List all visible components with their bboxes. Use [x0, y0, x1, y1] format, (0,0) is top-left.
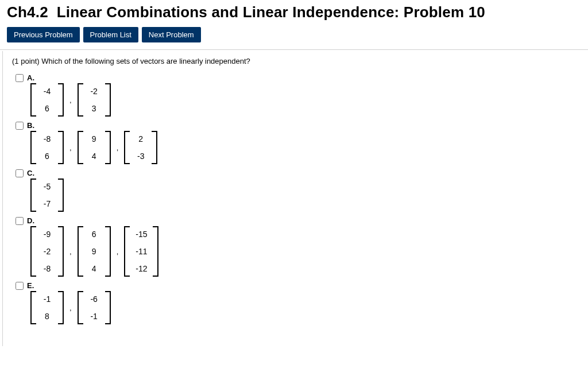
vector: 694 [78, 226, 111, 277]
vector-column: -18 [36, 291, 58, 324]
vector: 94 [78, 131, 111, 164]
vector-column: -86 [36, 131, 58, 164]
vector-entry: -8 [42, 134, 52, 143]
left-bracket-icon [78, 131, 83, 164]
vector-column: -23 [83, 83, 105, 117]
vector-column: -6-1 [83, 291, 105, 324]
option-label: B. [27, 121, 34, 130]
question-text: (1 point) Which of the following sets of… [12, 57, 579, 65]
next-problem-button[interactable]: Next Problem [142, 27, 201, 42]
vector-entry: -5 [42, 182, 52, 191]
right-bracket-icon [105, 226, 111, 277]
option-head: B. [16, 121, 579, 130]
vector-entry: 9 [89, 134, 99, 143]
vector-entry: -7 [42, 199, 52, 208]
vector-entry: -15 [136, 230, 147, 239]
vector-entry: 9 [89, 247, 99, 256]
vector-column: -9-2-8 [36, 226, 58, 277]
right-bracket-icon [58, 291, 64, 324]
option-checkbox[interactable] [16, 169, 24, 177]
left-bracket-icon [124, 131, 130, 164]
left-bracket-icon [78, 83, 83, 117]
vector-column: 2-3 [130, 131, 152, 164]
vector-entry: 6 [42, 104, 52, 113]
vector: -9-2-8 [30, 226, 64, 277]
vectors-row: -9-2-8,694,-15-11-12 [30, 226, 579, 277]
vector: -23 [78, 83, 111, 117]
problem-list-button[interactable]: Problem List [83, 27, 138, 42]
vector: -6-1 [78, 291, 111, 324]
right-bracket-icon [105, 131, 111, 164]
option-head: A. [16, 73, 579, 82]
vector-column: -15-11-12 [130, 226, 153, 277]
vector-column: -46 [36, 83, 58, 117]
vector-separator: , [68, 304, 73, 312]
left-bracket-icon [30, 131, 36, 164]
option-head: C. [16, 169, 579, 177]
option-label: A. [27, 73, 34, 82]
vector-separator: , [68, 96, 73, 104]
option-checkbox[interactable] [16, 282, 24, 290]
vector-entry: -6 [89, 294, 99, 304]
vector: -46 [30, 83, 64, 117]
left-bracket-icon [30, 226, 36, 277]
vector-entry: 4 [89, 152, 99, 161]
right-bracket-icon [105, 83, 111, 117]
right-bracket-icon [58, 226, 64, 277]
left-bracket-icon [30, 83, 36, 117]
option-label: E. [27, 281, 34, 290]
vector: -86 [30, 131, 64, 164]
vector-entry: -1 [42, 294, 52, 304]
vector-entry: -9 [42, 230, 52, 239]
vector: -15-11-12 [124, 226, 158, 277]
option-label: C. [27, 169, 34, 177]
vector-entry: 8 [42, 312, 52, 321]
vectors-row: -18,-6-1 [30, 291, 579, 324]
right-bracket-icon [58, 83, 64, 117]
vector-separator: , [68, 247, 73, 256]
problem-content: (1 point) Which of the following sets of… [2, 51, 588, 346]
vector-entry: -11 [136, 247, 147, 256]
option-block: E.-18,-6-1 [16, 281, 579, 324]
question-body: Which of the following sets of vectors a… [40, 57, 250, 65]
vector-separator: , [68, 143, 73, 152]
option-label: D. [27, 216, 34, 225]
vector-entry: -12 [136, 264, 147, 273]
vectors-row: -86,94,2-3 [30, 131, 579, 164]
option-block: C.-5-7 [16, 169, 579, 212]
vector-entry: 6 [89, 230, 99, 239]
vector-entry: -3 [136, 152, 146, 161]
vector-entry: 3 [89, 104, 99, 113]
nav-bar: Previous Problem Problem List Next Probl… [0, 27, 588, 50]
vector-entry: -2 [89, 87, 99, 96]
option-block: A.-46,-23 [16, 73, 579, 117]
option-block: B.-86,94,2-3 [16, 121, 579, 164]
question-points: (1 point) [12, 57, 40, 65]
vector: 2-3 [124, 131, 157, 164]
left-bracket-icon [30, 291, 36, 324]
vector-separator: , [115, 143, 120, 152]
left-bracket-icon [78, 291, 83, 324]
vector: -18 [30, 291, 64, 324]
right-bracket-icon [58, 131, 64, 164]
left-bracket-icon [124, 226, 130, 277]
vectors-row: -46,-23 [30, 83, 579, 117]
vector-entry: -1 [89, 312, 99, 321]
vector-entry: -8 [42, 264, 52, 273]
vector-entry: 4 [89, 264, 99, 273]
vector-entry: 6 [42, 152, 52, 161]
right-bracket-icon [58, 179, 64, 212]
option-head: E. [16, 281, 579, 290]
page-title: Ch4.2 Linear Combinations and Linear Ind… [0, 0, 588, 27]
option-checkbox[interactable] [16, 122, 24, 130]
vector-column: 694 [83, 226, 105, 277]
vector-separator: , [115, 247, 120, 256]
option-checkbox[interactable] [16, 74, 24, 82]
right-bracket-icon [153, 226, 158, 277]
vectors-row: -5-7 [30, 179, 579, 212]
vector-column: 94 [83, 131, 105, 164]
previous-problem-button[interactable]: Previous Problem [7, 27, 80, 42]
right-bracket-icon [152, 131, 157, 164]
option-checkbox[interactable] [16, 217, 24, 225]
vector-entry: -2 [42, 247, 52, 256]
